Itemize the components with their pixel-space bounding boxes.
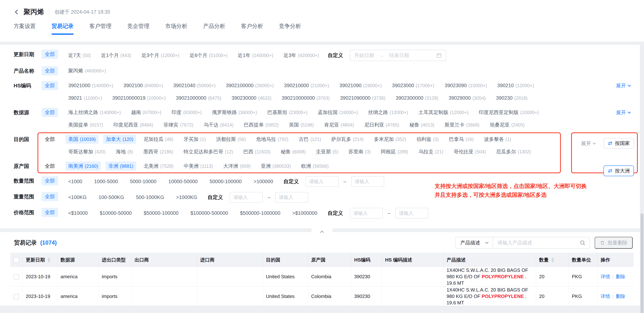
detail-link[interactable]: 详情: [600, 294, 610, 299]
filter-option[interactable]: 欧洲 (56566): [298, 161, 332, 171]
filter-option[interactable]: 39021 (11000+): [66, 93, 105, 103]
filter-all-chip[interactable]: 全部: [42, 161, 58, 171]
filter-option[interactable]: 大洋洲 (658): [220, 161, 253, 171]
custom-range-label[interactable]: 自定义: [328, 52, 343, 59]
price-min-input[interactable]: [350, 208, 383, 219]
column-header[interactable]: 数量: [536, 253, 569, 267]
filter-option[interactable]: >$1000000: [290, 209, 322, 218]
destination-expand-link[interactable]: 展开: [581, 140, 596, 147]
tab[interactable]: 市场分析: [165, 22, 187, 35]
filter-option[interactable]: 南美洲 (2160): [66, 161, 101, 171]
sort-desc-icon[interactable]: [48, 260, 50, 262]
filter-option[interactable]: 3902100000 (26000+): [223, 81, 276, 90]
filter-option[interactable]: 北美洲 (7528): [141, 161, 176, 171]
filter-option[interactable]: 坦桑尼亚 (2405): [487, 120, 527, 129]
filter-option[interactable]: 印度 (63000+): [169, 108, 204, 117]
filter-option[interactable]: 中美洲 (1113): [181, 161, 216, 171]
filter-option[interactable]: 巴基斯坦 (23000+): [264, 108, 310, 117]
filter-option[interactable]: 俄罗斯铁路 (36000+): [209, 108, 260, 117]
collapse-filters-button[interactable]: [311, 228, 333, 233]
filter-option[interactable]: 390230000 (4632): [229, 93, 274, 103]
sort-asc-icon[interactable]: [48, 258, 50, 260]
column-header[interactable]: 出口商: [132, 253, 197, 267]
search-field-select[interactable]: 产品描述: [456, 237, 493, 248]
search-input[interactable]: [493, 240, 580, 246]
filter-option[interactable]: 菲律宾 (7672): [161, 120, 196, 129]
filter-option[interactable]: 1000-5000: [92, 177, 122, 186]
filter-option[interactable]: 英国 (5198): [286, 120, 316, 129]
filter-option[interactable]: 洪都拉斯 (56): [214, 135, 248, 144]
filter-option[interactable]: $500000-1000000: [237, 209, 285, 218]
filter-option[interactable]: 秘鲁 (4013): [407, 120, 437, 129]
filter-option[interactable]: 丝绸之路 (12000+): [366, 108, 411, 117]
filter-option[interactable]: 39021000000 (6475): [173, 93, 224, 103]
column-header[interactable]: 产品描述: [444, 253, 536, 267]
filter-option[interactable]: 近6个月 (51000+): [187, 51, 230, 60]
filter-all-chip[interactable]: 全部: [42, 176, 58, 185]
weight-max-input[interactable]: [275, 192, 308, 203]
tab[interactable]: 竞争分析: [279, 22, 301, 35]
filter-option[interactable]: 美国提单 (9157): [66, 120, 106, 129]
filter-option[interactable]: 39021090 (19000+): [337, 81, 384, 90]
filter-option[interactable]: <$10000: [66, 209, 92, 218]
filter-option[interactable]: 特立尼达和多巴哥 (12): [181, 147, 236, 156]
filter-all-chip[interactable]: 全部: [42, 50, 58, 59]
detail-link[interactable]: 详情: [600, 274, 610, 279]
tab[interactable]: 贸易记录: [52, 22, 74, 35]
row-checkbox[interactable]: [14, 274, 19, 280]
weight-min-input[interactable]: [230, 192, 263, 203]
filter-all-chip[interactable]: 全部: [42, 192, 58, 201]
filter-option[interactable]: <100KG: [66, 193, 91, 202]
by-country-button[interactable]: 按国家: [604, 138, 634, 149]
custom-range-label[interactable]: 自定义: [208, 194, 223, 201]
filter-option[interactable]: 巴西 (11633): [241, 147, 273, 156]
filter-option[interactable]: 500-1000KG: [133, 193, 168, 202]
sort-asc-icon[interactable]: [551, 258, 554, 260]
filter-option[interactable]: 海地 (8): [113, 147, 136, 156]
filter-option[interactable]: 近3个月 (12000+): [139, 51, 182, 60]
tab[interactable]: 竞企管理: [127, 22, 150, 35]
filter-option[interactable]: 3902100 (84000+): [121, 81, 166, 90]
custom-range-label[interactable]: 自定义: [328, 210, 343, 217]
filter-option[interactable]: 苏里南 (3): [346, 147, 374, 156]
back-button[interactable]: [14, 8, 21, 16]
filter-option[interactable]: 乌拉圭 (21): [416, 147, 446, 156]
filter-option[interactable]: 39021000 (140000+): [66, 81, 116, 90]
filter-option[interactable]: 390210000000 (3763): [279, 93, 332, 103]
filter-option[interactable]: $50000-100000: [141, 209, 183, 218]
filter-all-chip[interactable]: 全部: [42, 135, 58, 144]
filter-option[interactable]: 近7天 (50): [66, 51, 94, 60]
expand-link[interactable]: 展开: [616, 82, 630, 89]
batch-delete-button[interactable]: 批量删除: [595, 237, 632, 249]
filter-option[interactable]: $100000-500000: [188, 209, 232, 218]
column-header[interactable]: HS编码: [351, 253, 382, 267]
filter-option[interactable]: 越南 (67000+): [128, 108, 164, 117]
filter-option[interactable]: 近3年 (420000+): [281, 51, 322, 60]
filter-option[interactable]: 10000-50000: [166, 177, 202, 186]
filter-option[interactable]: <1000: [66, 177, 87, 186]
filter-option[interactable]: 近1年 (140000+): [235, 51, 276, 60]
filter-option[interactable]: 圭亚那 (5): [313, 147, 341, 156]
filter-option[interactable]: 5000-10000: [127, 177, 161, 186]
filter-all-chip[interactable]: 全部: [42, 108, 58, 117]
filter-option[interactable]: 阿根廷 (289): [378, 147, 411, 156]
column-header[interactable]: 数据源: [58, 253, 98, 267]
filter-all-chip[interactable]: 全部: [42, 208, 58, 217]
filter-option[interactable]: 哥伦比亚 (504): [451, 147, 488, 156]
filter-option[interactable]: 孟加拉国 (16000+): [315, 108, 361, 117]
filter-option[interactable]: 50000-100000: [207, 177, 246, 186]
filter-option[interactable]: 厄瓜多尔 (1302): [494, 147, 534, 156]
filter-option[interactable]: 尼日利亚 (4765): [362, 120, 402, 129]
column-header[interactable]: 进出口类型: [98, 253, 132, 267]
select-all-checkbox[interactable]: [14, 257, 19, 263]
search-icon[interactable]: [580, 240, 586, 246]
filter-option[interactable]: 斯里兰卡 (3668): [442, 120, 482, 129]
filter-option[interactable]: 古巴 (121): [296, 135, 324, 144]
quantity-max-input[interactable]: [351, 176, 384, 187]
filter-option[interactable]: 加拿大 (120): [103, 135, 136, 144]
filter-all-chip[interactable]: 全部: [42, 81, 58, 90]
filter-option[interactable]: 39023090 (15000+): [442, 81, 490, 90]
filter-option[interactable]: 巴西提单 (5952): [241, 120, 281, 129]
column-header[interactable]: 操作: [598, 253, 634, 267]
filter-option[interactable]: 乌干达 (6414): [201, 120, 236, 129]
